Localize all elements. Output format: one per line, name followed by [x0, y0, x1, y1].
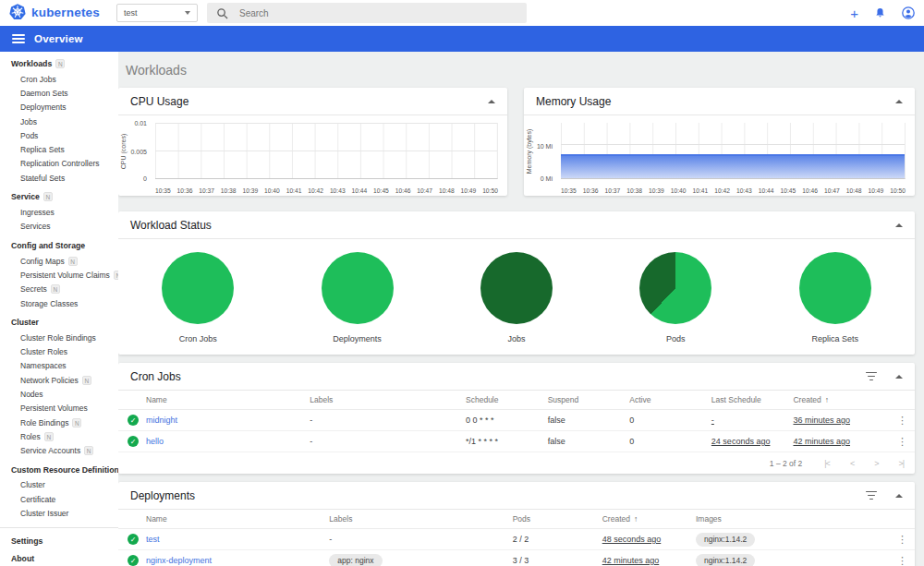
sidebar-item[interactable]: Daemon Sets [0, 86, 118, 100]
x-tick: 10:37 [199, 187, 214, 194]
cron-job-name-link[interactable]: midnight [146, 415, 177, 425]
pie-label: Replica Sets [811, 334, 858, 343]
x-tick: 10:44 [351, 187, 367, 194]
sidebar-item[interactable]: Stateful Sets [0, 171, 118, 185]
next-page-icon[interactable]: > [874, 459, 878, 468]
sidebar-item[interactable]: Replica Sets [0, 142, 118, 156]
sidebar-item[interactable]: Cluster Issuer [0, 506, 118, 520]
kubernetes-logo[interactable]: kubernetes [9, 4, 100, 20]
sidebar-item[interactable]: Ingresses [0, 205, 118, 219]
collapse-icon[interactable] [895, 100, 903, 103]
search-bar[interactable] [207, 3, 527, 23]
sidebar-item[interactable]: Deployments [0, 101, 118, 114]
sidebar-item[interactable]: Persistent Volume ClaimsN [0, 268, 118, 282]
deployment-name-link[interactable]: test [146, 535, 160, 544]
pie-chart-replica-sets[interactable] [799, 252, 871, 324]
column-header[interactable]: Schedule [466, 395, 548, 404]
account-button[interactable] [902, 6, 915, 19]
labels-cell: - [310, 437, 466, 446]
x-tick: 10:39 [649, 187, 664, 194]
sidebar-item[interactable]: Service AccountsN [0, 444, 118, 458]
sidebar-item[interactable]: Replication Controllers [0, 157, 118, 171]
column-header[interactable]: Images [696, 514, 887, 524]
created-cell: 36 minutes ago [793, 415, 850, 425]
column-header[interactable]: Pods [513, 514, 602, 524]
last-page-icon[interactable]: >| [898, 459, 904, 468]
column-header-sorted[interactable]: Created↑ [793, 395, 887, 404]
sidebar-item[interactable]: Pods [0, 128, 118, 142]
sidebar-group-workloads: WorkloadsN Cron JobsDaemon SetsDeploymen… [0, 54, 118, 185]
sidebar-item[interactable]: Cluster Role Bindings [0, 331, 118, 344]
create-resource-button[interactable]: + [850, 6, 858, 20]
pie-chart-jobs[interactable] [480, 252, 553, 324]
cron-job-name-link[interactable]: hello [146, 437, 164, 446]
sidebar-item[interactable]: Jobs [0, 114, 118, 128]
namespace-value: test [124, 8, 138, 18]
pie-chart-deployments[interactable] [322, 252, 394, 324]
x-tick: 10:43 [736, 187, 752, 194]
column-header[interactable]: Last Schedule [711, 395, 794, 404]
sidebar-item[interactable]: Cluster Roles [0, 344, 118, 358]
pie-chart-pods[interactable] [639, 252, 711, 324]
pagination-range-text: 1 – 2 of 2 [770, 459, 802, 468]
sidebar-item[interactable]: Cron Jobs [0, 72, 118, 86]
cpu-usage-card: CPU Usage CPU (cores) 0.01 0.005 0 10:35… [118, 88, 507, 196]
deployment-name-link[interactable]: nginx-deployment [146, 556, 212, 565]
column-header-sorted[interactable]: Created↑ [602, 514, 696, 524]
active-cell: 0 [629, 437, 711, 446]
pie-chart-cron-jobs[interactable] [162, 252, 234, 324]
collapse-icon[interactable] [895, 375, 903, 379]
gridline-10mi [561, 144, 905, 145]
x-tick: 10:49 [869, 187, 884, 194]
x-tick: 10:47 [824, 187, 840, 194]
created-cell: 42 minutes ago [793, 437, 850, 446]
sidebar-item[interactable]: Nodes [0, 387, 118, 401]
x-tick: 10:41 [693, 187, 709, 194]
collapse-icon[interactable] [895, 494, 903, 498]
sidebar-item[interactable]: Network PoliciesN [0, 373, 118, 387]
image-chip: nginx:1.14.2 [696, 533, 755, 547]
sidebar-item[interactable]: Namespaces [0, 359, 118, 373]
column-header[interactable]: Name [146, 514, 329, 524]
filter-icon[interactable] [866, 491, 877, 500]
sidebar-item[interactable]: RolesN [0, 429, 118, 443]
x-tick: 10:45 [373, 187, 389, 194]
column-header[interactable]: Suspend [548, 395, 630, 404]
collapse-icon[interactable] [895, 223, 903, 227]
search-input[interactable] [239, 8, 517, 18]
row-menu-button[interactable]: ⋮ [887, 436, 907, 448]
column-header[interactable]: Active [629, 395, 711, 404]
sidebar-item[interactable]: Cluster [0, 478, 118, 492]
menu-button[interactable] [12, 31, 25, 45]
x-tick: 10:48 [846, 187, 862, 194]
sidebar-item-about[interactable]: About [0, 550, 118, 566]
row-menu-button[interactable]: ⋮ [887, 415, 907, 427]
memory-chart: Memory (bytes) 10 Mi 0 Mi 10:3510:3610:3… [524, 115, 915, 196]
first-page-icon[interactable]: |< [824, 459, 830, 468]
previous-page-icon[interactable]: < [850, 459, 854, 468]
row-menu-button[interactable]: ⋮ [887, 534, 907, 546]
x-tick: 10:36 [583, 187, 599, 194]
created-cell: 42 minutes ago [602, 556, 660, 565]
sidebar-item[interactable]: SecretsN [0, 283, 118, 296]
sidebar-item[interactable]: Services [0, 220, 118, 234]
sidebar-item-settings[interactable]: Settings [0, 533, 118, 550]
y-tick: 0 [143, 175, 147, 182]
sidebar-item[interactable]: Storage Classes [0, 296, 118, 310]
notifications-button[interactable] [874, 6, 886, 19]
deployment-row: ✓ nginx-deployment app: nginx 3 / 3 42 m… [118, 550, 915, 566]
sidebar-item[interactable]: Config MapsN [0, 254, 118, 268]
sidebar-item[interactable]: Certificate [0, 492, 118, 506]
deployments-header-row: Name Labels Pods Created↑ Images [118, 510, 915, 529]
column-header[interactable]: Name [146, 395, 310, 404]
sidebar-item[interactable]: Role BindingsN [0, 415, 118, 429]
sidebar-item[interactable]: Persistent Volumes [0, 402, 118, 415]
row-menu-button[interactable]: ⋮ [887, 555, 907, 566]
filter-icon[interactable] [866, 372, 877, 381]
collapse-icon[interactable] [488, 100, 495, 103]
column-header[interactable]: Labels [310, 395, 466, 404]
column-header[interactable]: Labels [329, 514, 512, 524]
x-tick: 10:41 [286, 187, 302, 194]
memory-ytick-10: 10 Mi [537, 143, 553, 150]
namespace-selector[interactable]: test [116, 4, 198, 22]
